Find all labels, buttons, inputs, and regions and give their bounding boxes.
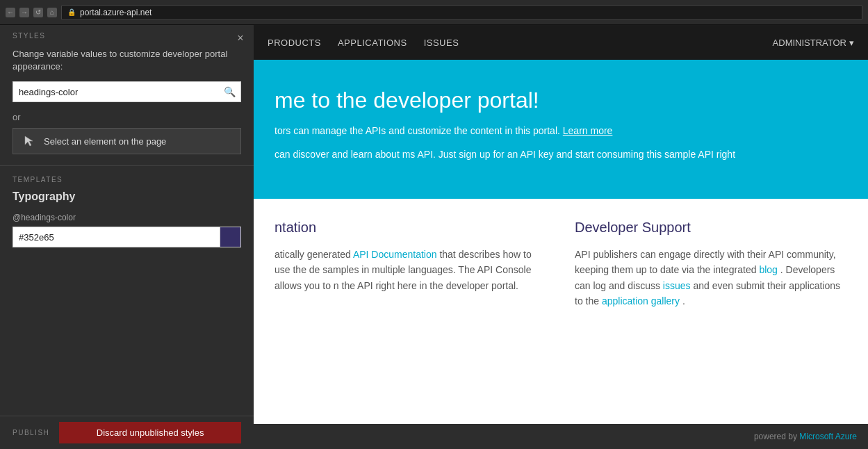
forward-button[interactable]: →: [19, 8, 29, 17]
refresh-button[interactable]: ↺: [33, 8, 43, 17]
color-input-row: [13, 227, 241, 247]
blog-link[interactable]: blog: [759, 264, 777, 275]
support-text-4: .: [682, 295, 685, 307]
back-button[interactable]: ←: [6, 8, 15, 17]
doc-text-1: atically generated: [275, 249, 351, 260]
search-input[interactable]: [13, 81, 241, 102]
address-bar[interactable]: 🔒 portal.azure-api.net: [61, 5, 862, 20]
typography-section: Typography @headings-color: [0, 190, 254, 416]
admin-label-text: ADMINISTRATOR: [773, 38, 846, 48]
portal-nav: PRODUCTS APPLICATIONS ISSUES ADMINISTRAT…: [254, 25, 868, 60]
close-button[interactable]: ×: [233, 31, 248, 46]
admin-dropdown[interactable]: ADMINISTRATOR ▾: [773, 38, 854, 48]
documentation-section: ntation atically generated API Documenta…: [275, 220, 547, 403]
cursor-icon: [22, 133, 37, 149]
dropdown-arrow: ▾: [849, 38, 854, 48]
api-doc-link[interactable]: API Documentation: [353, 249, 437, 260]
nav-link-products[interactable]: PRODUCTS: [268, 38, 321, 48]
hero-text2: can discover and learn about ms API. Jus…: [275, 147, 847, 162]
divider: [0, 165, 254, 166]
or-text: or: [0, 109, 254, 128]
nav-link-applications[interactable]: APPLICATIONS: [338, 38, 407, 48]
lock-icon: 🔒: [67, 8, 76, 16]
documentation-title: ntation: [275, 220, 547, 236]
select-element-label: Select an element on the page: [44, 136, 166, 147]
powered-by-text: powered by: [754, 432, 797, 441]
hero-subtitle-text: tors can manage the APIs and customize t…: [275, 125, 560, 136]
support-section: Developer Support API publishers can eng…: [575, 220, 847, 403]
support-title: Developer Support: [575, 220, 847, 236]
publish-label: PUBLISH: [13, 429, 49, 436]
discard-button[interactable]: Discard unpublished styles: [59, 422, 241, 443]
templates-label: TEMPLATES: [0, 176, 254, 190]
nav-link-issues[interactable]: ISSUES: [424, 38, 459, 48]
typography-title: Typography: [13, 190, 241, 203]
search-box: 🔍: [13, 81, 241, 102]
panel-description: Change variable values to customize deve…: [0, 42, 254, 81]
microsoft-azure-link[interactable]: Microsoft Azure: [799, 432, 857, 441]
hero-section: me to the developer portal! tors can man…: [254, 60, 868, 199]
issues-link[interactable]: issues: [663, 280, 691, 291]
portal-content: PRODUCTS APPLICATIONS ISSUES ADMINISTRAT…: [254, 25, 868, 449]
app-gallery-link[interactable]: application gallery: [602, 295, 680, 307]
styles-label: STYLES: [0, 25, 254, 42]
variable-label: @headings-color: [13, 213, 241, 222]
select-element-button[interactable]: Select an element on the page: [13, 128, 241, 154]
browser-chrome: ← → ↺ ⌂ 🔒 portal.azure-api.net: [0, 0, 868, 25]
hero-subtitle: tors can manage the APIs and customize t…: [275, 123, 761, 138]
portal-nav-links: PRODUCTS APPLICATIONS ISSUES: [268, 38, 459, 48]
documentation-text: atically generated API Documentation tha…: [275, 247, 547, 293]
color-swatch[interactable]: [220, 227, 241, 247]
hero-title: me to the developer portal!: [275, 88, 847, 113]
bottom-bar: PUBLISH Discard unpublished styles: [0, 416, 254, 449]
styles-sidebar: STYLES × Change variable values to custo…: [0, 25, 254, 449]
home-button[interactable]: ⌂: [47, 8, 57, 17]
main-layout: STYLES × Change variable values to custo…: [0, 25, 868, 449]
url-text: portal.azure-api.net: [80, 8, 152, 17]
support-text: API publishers can engage directly with …: [575, 247, 847, 309]
color-value-input[interactable]: [13, 227, 220, 247]
powered-by-bar: powered by Microsoft Azure: [254, 424, 868, 449]
learn-more-link[interactable]: Learn more: [563, 125, 613, 136]
content-sections: ntation atically generated API Documenta…: [254, 199, 868, 424]
